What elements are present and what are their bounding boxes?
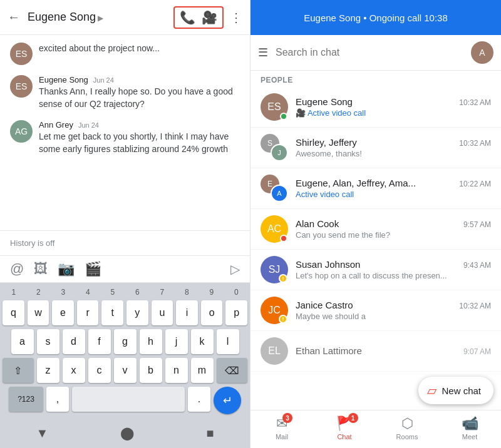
message-group: ES excited about the project now... — [10, 43, 240, 65]
mail-label: Mail — [276, 433, 288, 440]
avatar: ES — [261, 93, 288, 121]
list-item[interactable]: ES Eugene Song 10:32 AM 🎥 Active video c… — [250, 87, 501, 128]
list-item[interactable]: AC Alan Cook 9:57 AM Can you send me the… — [250, 209, 501, 250]
message-sender: Ann Grey — [39, 120, 73, 130]
chat-info: Ethan Lattimore 9:07 AM — [296, 345, 491, 357]
key-z[interactable]: z — [37, 358, 59, 383]
key-delete[interactable]: ⌫ — [217, 358, 248, 383]
mail-icon: ✉ 3 — [276, 415, 287, 432]
key-symbols[interactable]: ?123 — [9, 387, 43, 412]
more-options-icon[interactable]: ⋮ — [230, 10, 242, 25]
num-key-8[interactable]: 8 — [176, 288, 199, 297]
nav-back-square[interactable]: ■ — [206, 426, 214, 440]
key-x[interactable]: x — [63, 358, 85, 383]
key-c[interactable]: c — [88, 358, 111, 383]
num-key-4[interactable]: 4 — [77, 288, 100, 297]
num-key-1[interactable]: 1 — [3, 288, 25, 297]
key-h[interactable]: h — [140, 329, 162, 354]
hamburger-icon[interactable]: ☰ — [258, 46, 268, 59]
key-t[interactable]: t — [101, 300, 123, 325]
key-s[interactable]: s — [37, 329, 59, 354]
key-b[interactable]: b — [140, 358, 162, 383]
avatar: S J — [261, 134, 288, 161]
key-w[interactable]: w — [28, 300, 49, 325]
chat-name-row: Alan Cook 9:57 AM — [296, 218, 491, 229]
key-row-bottom: ?123 , . ↵ — [3, 387, 247, 414]
key-j[interactable]: j — [165, 329, 188, 354]
search-bar: ☰ A — [250, 35, 501, 71]
key-f[interactable]: f — [88, 329, 111, 354]
key-v[interactable]: v — [114, 358, 137, 383]
chat-time: 9:57 AM — [463, 220, 491, 229]
at-icon[interactable]: @ — [10, 261, 24, 277]
key-p[interactable]: p — [225, 300, 247, 325]
key-d[interactable]: d — [63, 329, 85, 354]
nav-item-mail[interactable]: ✉ 3 Mail — [250, 415, 313, 440]
avatar: ES — [10, 75, 33, 98]
chat-badge: 1 — [348, 413, 358, 423]
key-l[interactable]: l — [217, 329, 239, 354]
chat-info: Eugene, Alan, Jeffrey, Ama... 10:22 AM A… — [296, 178, 491, 199]
key-period[interactable]: . — [188, 387, 210, 412]
key-space[interactable] — [72, 387, 185, 412]
list-item[interactable]: SJ ! Susan Johnson 9:43 AM Let's hop on … — [250, 250, 501, 290]
key-y[interactable]: y — [127, 300, 148, 325]
list-item[interactable]: S J Shirley, Jeffery 10:32 AM Awesome, t… — [250, 128, 501, 168]
list-item[interactable]: EL Ethan Lattimore 9:07 AM — [250, 331, 501, 372]
nav-item-chat[interactable]: 🚩 1 Chat — [313, 415, 376, 440]
key-i[interactable]: i — [176, 300, 198, 325]
nav-down-arrow[interactable]: ▼ — [36, 426, 49, 440]
mail-badge: 3 — [282, 413, 292, 423]
new-chat-button[interactable]: ▱ New chat — [418, 377, 493, 404]
header-actions: 📞 🎥 ⋮ — [173, 6, 242, 29]
list-item[interactable]: JC ! Janice Castro 10:32 AM Maybe we sho… — [250, 290, 501, 331]
key-m[interactable]: m — [191, 358, 214, 383]
num-key-7[interactable]: 7 — [151, 288, 173, 297]
num-key-2[interactable]: 2 — [28, 288, 50, 297]
chat-name: Janice Castro — [296, 300, 353, 310]
nav-item-rooms[interactable]: ⬡ Rooms — [376, 415, 438, 440]
message-group: AG Ann Grey Jun 24 Let me get back to yo… — [10, 120, 240, 155]
chat-preview: Can you send me the file? — [296, 230, 491, 240]
rooms-label: Rooms — [396, 433, 418, 440]
list-item[interactable]: E A Eugene, Alan, Jeffrey, Ama... 10:22 … — [250, 168, 501, 209]
camera-icon[interactable]: 📷 — [58, 261, 75, 277]
key-g[interactable]: g — [114, 329, 137, 354]
right-header: Eugene Song • Ongoing call 10:38 — [250, 0, 501, 35]
key-r[interactable]: r — [77, 300, 99, 325]
phone-icon[interactable]: 📞 — [180, 10, 195, 25]
image-icon[interactable]: 🖼 — [34, 261, 48, 277]
send-button[interactable]: ▷ — [230, 262, 240, 277]
key-comma[interactable]: , — [46, 387, 69, 412]
num-key-3[interactable]: 3 — [52, 288, 75, 297]
key-shift[interactable]: ⇧ — [3, 358, 34, 383]
key-q[interactable]: q — [3, 300, 24, 325]
num-key-6[interactable]: 6 — [127, 288, 149, 297]
contact-name[interactable]: Eugene Song — [28, 11, 173, 24]
chat-time: 10:32 AM — [459, 139, 491, 148]
key-a[interactable]: a — [11, 329, 34, 354]
video-call-icon[interactable]: 🎥 — [202, 10, 217, 25]
avatar: E A — [261, 175, 288, 202]
key-n[interactable]: n — [165, 358, 188, 383]
back-button[interactable]: ← — [8, 10, 20, 24]
nav-item-meet[interactable]: 📹 Meet — [438, 415, 501, 440]
user-avatar[interactable]: A — [471, 41, 493, 64]
chat-info: Shirley, Jeffery 10:32 AM Awesome, thank… — [296, 137, 491, 158]
num-key-9[interactable]: 9 — [200, 288, 223, 297]
number-row: 1 2 3 4 5 6 7 8 9 0 — [3, 288, 247, 297]
search-input[interactable] — [276, 47, 463, 58]
video-add-icon[interactable]: 🎬 — [85, 261, 101, 277]
num-key-0[interactable]: 0 — [225, 288, 248, 297]
avatar: ES — [10, 43, 33, 65]
num-key-5[interactable]: 5 — [101, 288, 124, 297]
busy-indicator — [280, 235, 287, 242]
key-o[interactable]: o — [201, 300, 223, 325]
message-date: Jun 24 — [93, 76, 114, 84]
key-enter[interactable]: ↵ — [214, 387, 241, 414]
key-e[interactable]: e — [52, 300, 74, 325]
key-u[interactable]: u — [152, 300, 173, 325]
key-k[interactable]: k — [191, 329, 214, 354]
bottom-nav-left: ▼ ⬤ ■ — [0, 420, 250, 448]
nav-home-button[interactable]: ⬤ — [120, 425, 134, 440]
